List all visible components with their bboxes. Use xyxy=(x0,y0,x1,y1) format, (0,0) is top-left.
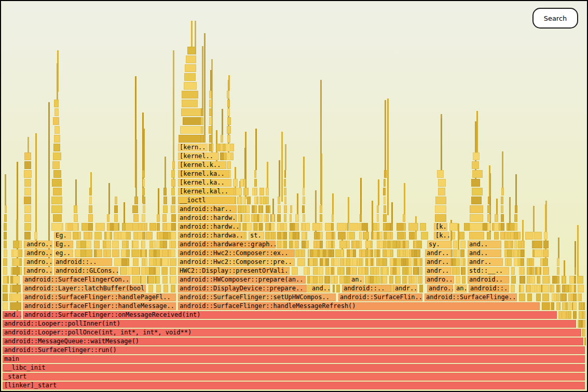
flame-frame-small[interactable] xyxy=(259,205,262,213)
flame-frame[interactable]: Eg.. xyxy=(54,241,73,248)
flame-frame-small[interactable] xyxy=(172,197,175,204)
flame-frame-small[interactable] xyxy=(382,276,387,284)
flame-spike-frame[interactable] xyxy=(281,132,283,202)
flame-frame-small[interactable] xyxy=(4,249,7,257)
flame-frame-small[interactable] xyxy=(577,276,583,284)
flame-frame-small[interactable] xyxy=(334,258,339,266)
flame-frame-small[interactable] xyxy=(403,241,405,248)
flame-frame-small[interactable] xyxy=(562,311,566,319)
flame-frame-small[interactable] xyxy=(185,64,196,72)
flame-frame-small[interactable] xyxy=(24,188,31,195)
flame-frame-small[interactable] xyxy=(297,258,306,266)
flame-frame-small[interactable] xyxy=(537,276,540,284)
flame-frame-small[interactable] xyxy=(51,223,62,231)
flame-frame[interactable]: [k.. xyxy=(434,232,449,240)
flame-frame-small[interactable] xyxy=(114,223,118,231)
flame-frame-small[interactable] xyxy=(349,223,359,231)
flame-frame-small[interactable] xyxy=(148,276,154,284)
flame-frame-small[interactable] xyxy=(390,223,392,231)
flame-spike-frame[interactable] xyxy=(5,174,6,205)
flame-frame-small[interactable] xyxy=(574,276,576,284)
flame-frame-small[interactable] xyxy=(579,302,582,310)
flame-frame[interactable]: andro.. xyxy=(425,276,454,284)
flame-spike-frame[interactable] xyxy=(348,197,349,223)
flame-frame-small[interactable] xyxy=(544,232,548,240)
flame-frame-small[interactable] xyxy=(508,232,510,240)
flame-frame-small[interactable] xyxy=(390,276,393,284)
flame-frame-small[interactable] xyxy=(171,241,176,248)
flame-frame-small[interactable] xyxy=(283,232,286,240)
flame-frame-small[interactable] xyxy=(382,267,387,275)
flame-frame-small[interactable] xyxy=(24,205,31,213)
flame-frame-small[interactable] xyxy=(527,258,529,266)
flame-spike-frame[interactable] xyxy=(202,46,203,108)
flame-frame-small[interactable] xyxy=(201,117,204,125)
flame-frame-small[interactable] xyxy=(107,223,110,231)
flame-frame-small[interactable] xyxy=(331,258,334,266)
flame-frame-small[interactable] xyxy=(359,241,362,248)
flame-frame-small[interactable] xyxy=(333,285,335,292)
flame-frame-small[interactable] xyxy=(12,267,19,275)
flame-frame-small[interactable] xyxy=(112,249,119,257)
flame-frame-small[interactable] xyxy=(449,223,458,231)
flame-frame-small[interactable] xyxy=(265,223,269,231)
flame-frame-small[interactable] xyxy=(377,232,379,240)
flame-frame-small[interactable] xyxy=(97,249,102,257)
flame-frame-small[interactable] xyxy=(122,241,126,248)
flame-frame-small[interactable] xyxy=(308,258,309,266)
flame-frame-small[interactable] xyxy=(568,302,571,310)
flame-frame-small[interactable] xyxy=(562,302,566,310)
flame-frame[interactable]: android::.. xyxy=(342,285,391,292)
flame-frame[interactable]: android::hardw.. xyxy=(178,214,236,222)
flame-frame-small[interactable] xyxy=(209,91,212,99)
flame-frame-small[interactable] xyxy=(278,197,280,204)
flame-frame-small[interactable] xyxy=(514,214,517,222)
flame-frame-small[interactable] xyxy=(277,223,281,231)
flame-frame-small[interactable] xyxy=(514,241,517,248)
flame-frame-small[interactable] xyxy=(142,258,145,266)
flame-frame[interactable]: eg.. xyxy=(54,249,73,257)
flame-frame-small[interactable] xyxy=(396,276,401,284)
flame-frame-small[interactable] xyxy=(254,188,256,195)
flame-frame-small[interactable] xyxy=(470,205,483,213)
flame-frame-small[interactable] xyxy=(409,249,412,257)
flame-frame[interactable]: _start xyxy=(3,373,585,381)
flame-frame-small[interactable] xyxy=(143,205,145,213)
flame-frame-small[interactable] xyxy=(227,135,230,143)
flame-frame-small[interactable] xyxy=(182,100,198,107)
flame-frame-small[interactable] xyxy=(240,179,243,187)
flame-frame-small[interactable] xyxy=(171,214,176,222)
flame-frame-small[interactable] xyxy=(313,276,318,284)
flame-frame-small[interactable] xyxy=(53,117,59,125)
flame-frame-small[interactable] xyxy=(156,267,160,275)
flame-frame-small[interactable] xyxy=(521,276,524,284)
flame-spike-frame[interactable] xyxy=(385,100,386,170)
flame-frame-small[interactable] xyxy=(163,188,167,195)
flame-frame-small[interactable] xyxy=(162,267,168,275)
flame-spike-frame[interactable] xyxy=(124,202,125,223)
flame-frame-small[interactable] xyxy=(403,223,406,231)
flame-frame[interactable]: [kernel.k.. xyxy=(178,161,226,169)
flame-frame-small[interactable] xyxy=(414,249,417,257)
flame-frame[interactable]: android::SurfaceFlingerCon.. xyxy=(23,276,130,284)
flame-spike-frame[interactable] xyxy=(496,199,498,214)
flame-frame-small[interactable] xyxy=(325,258,329,266)
flame-spike-frame[interactable] xyxy=(143,129,145,170)
flame-frame-small[interactable] xyxy=(106,232,110,240)
flame-frame[interactable]: an.. xyxy=(350,276,364,284)
flame-frame-small[interactable] xyxy=(3,285,7,292)
flame-spike-frame[interactable] xyxy=(378,179,379,205)
flame-frame-small[interactable] xyxy=(376,276,379,284)
flame-frame-small[interactable] xyxy=(414,276,417,284)
flame-frame-small[interactable] xyxy=(569,285,571,292)
flame-frame-small[interactable] xyxy=(183,117,203,125)
flame-frame-small[interactable] xyxy=(243,223,247,231)
flame-frame-small[interactable] xyxy=(325,267,329,275)
flame-frame-small[interactable] xyxy=(347,232,349,240)
flame-frame-small[interactable] xyxy=(184,73,196,81)
flame-frame-small[interactable] xyxy=(133,258,139,266)
flame-frame-small[interactable] xyxy=(573,311,577,319)
flame-frame-small[interactable] xyxy=(142,241,146,248)
flame-frame-small[interactable] xyxy=(371,258,373,266)
flame-frame-small[interactable] xyxy=(290,223,293,231)
